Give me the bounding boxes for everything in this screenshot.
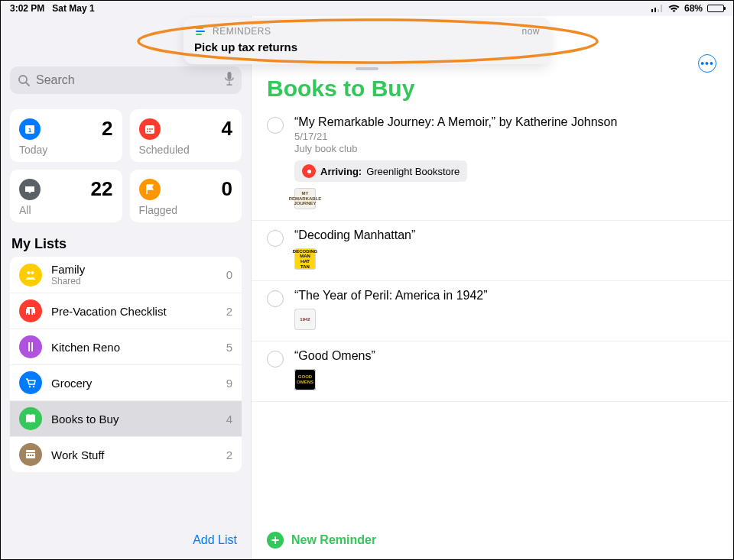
list-count: 9 — [226, 377, 232, 390]
search-icon — [18, 74, 30, 86]
list-row[interactable]: Grocery9 — [10, 365, 242, 401]
calendar-icon — [139, 118, 161, 140]
search-field[interactable] — [10, 66, 242, 94]
svg-point-12 — [149, 128, 151, 130]
svg-point-14 — [147, 131, 148, 132]
list-count: 5 — [226, 341, 232, 354]
notification-time: now — [521, 26, 540, 37]
reminder-date: 5/17/21 — [294, 131, 718, 142]
reminder-item[interactable]: “The Year of Peril: America in 1942”1942 — [252, 281, 733, 342]
svg-point-21 — [33, 313, 34, 315]
more-button[interactable]: ••• — [698, 54, 716, 73]
reminder-items: “My Remarkable Journey: A Memoir,” by Ka… — [252, 108, 733, 523]
list-count: 4 — [226, 413, 232, 426]
plus-circle-icon: + — [267, 532, 284, 549]
list-count: 2 — [226, 448, 232, 461]
reminder-title: “The Year of Peril: America in 1942” — [294, 289, 718, 303]
svg-rect-3 — [661, 5, 662, 12]
svg-rect-1 — [654, 8, 656, 12]
reminder-item[interactable]: “My Remarkable Journey: A Memoir,” by Ka… — [252, 108, 733, 221]
list-name: Books to Buy — [51, 413, 217, 426]
svg-point-15 — [149, 131, 151, 132]
wifi-icon — [668, 5, 680, 13]
list-count: 0 — [226, 268, 232, 281]
battery-icon — [707, 5, 724, 12]
card-scheduled-label: Scheduled — [139, 144, 233, 156]
list-icon — [19, 264, 42, 286]
list-row[interactable]: Pre-Vacation Checklist2 — [10, 293, 242, 329]
list-sub: Shared — [51, 276, 217, 286]
location-pin-icon — [302, 164, 316, 178]
card-today-label: Today — [19, 144, 113, 156]
card-scheduled[interactable]: 4 Scheduled — [130, 109, 242, 162]
search-input[interactable] — [30, 73, 225, 87]
chip-location: Greenlight Bookstore — [366, 166, 460, 177]
reminder-title: “Good Omens” — [294, 349, 718, 363]
list-row[interactable]: FamilyShared0 — [10, 257, 242, 293]
reminder-title: “My Remarkable Journey: A Memoir,” by Ka… — [294, 115, 718, 129]
new-reminder-button[interactable]: + New Reminder — [252, 523, 733, 559]
svg-point-13 — [151, 128, 153, 130]
svg-rect-29 — [28, 455, 29, 456]
calendar-today-icon: 1 — [19, 118, 41, 140]
card-all-label: All — [19, 204, 113, 216]
list-name: FamilyShared — [51, 263, 217, 286]
list-icon — [19, 443, 42, 466]
notification-grabber[interactable] — [356, 67, 378, 70]
complete-circle[interactable] — [267, 351, 284, 367]
list-name: Pre-Vacation Checklist — [51, 305, 217, 318]
complete-circle[interactable] — [267, 117, 284, 134]
add-list-button[interactable]: Add List — [10, 523, 242, 559]
card-flagged-count: 0 — [222, 177, 232, 201]
svg-rect-31 — [32, 455, 34, 456]
svg-rect-23 — [28, 342, 30, 351]
complete-circle[interactable] — [267, 290, 284, 307]
cell-signal-icon — [651, 5, 664, 12]
svg-rect-28 — [26, 450, 35, 452]
reminder-thumbnail: MYREMARKABLEJOURNEY — [294, 188, 316, 209]
svg-rect-0 — [651, 9, 653, 12]
svg-rect-22 — [27, 307, 34, 309]
card-flagged-label: Flagged — [139, 204, 233, 216]
complete-circle[interactable] — [267, 230, 284, 247]
reminder-note: July book club — [294, 143, 718, 154]
flag-icon — [139, 179, 161, 200]
svg-text:1: 1 — [28, 127, 32, 134]
card-today[interactable]: 1 2 Today — [10, 109, 122, 162]
main-panel: ••• Books to Buy “My Remarkable Journey:… — [252, 16, 733, 559]
card-flagged[interactable]: 0 Flagged — [130, 170, 242, 222]
mic-icon[interactable] — [225, 72, 234, 89]
reminder-thumbnail: 1942 — [294, 309, 316, 330]
card-all[interactable]: 22 All — [10, 170, 122, 222]
list-icon — [19, 407, 42, 430]
status-bar: 3:02 PM Sat May 1 68% — [1, 1, 733, 16]
svg-rect-30 — [30, 455, 31, 456]
chip-prefix: Arriving: — [320, 166, 362, 177]
inbox-icon — [19, 179, 41, 200]
svg-line-5 — [26, 83, 29, 86]
svg-point-17 — [31, 271, 34, 274]
list-row[interactable]: Books to Buy4 — [10, 401, 242, 437]
status-date: Sat May 1 — [52, 3, 94, 14]
location-chip[interactable]: Arriving: Greenlight Bookstore — [294, 160, 467, 182]
list-icon — [19, 335, 42, 358]
svg-point-11 — [147, 128, 148, 130]
notification-app-name: REMINDERS — [213, 26, 271, 37]
notification-banner[interactable]: REMINDERS now Pick up tax returns — [184, 18, 550, 64]
list-name: Grocery — [51, 377, 217, 390]
svg-point-16 — [28, 271, 31, 274]
card-all-count: 22 — [91, 177, 113, 201]
svg-point-25 — [29, 386, 31, 387]
card-scheduled-count: 4 — [222, 117, 232, 141]
reminder-item[interactable]: “Decoding Manhattan”DECODINGMANHATTAN — [252, 221, 733, 281]
card-today-count: 2 — [102, 117, 112, 141]
list-icon — [19, 371, 42, 394]
svg-point-20 — [27, 313, 28, 315]
battery-text: 68% — [684, 3, 703, 14]
list-count: 2 — [226, 305, 232, 318]
reminder-item[interactable]: “Good Omens”GOODOMENS — [252, 342, 733, 402]
reminder-title: “Decoding Manhattan” — [294, 228, 718, 242]
list-row[interactable]: Kitchen Reno5 — [10, 329, 242, 365]
svg-rect-24 — [31, 342, 33, 351]
list-row[interactable]: Work Stuff2 — [10, 437, 242, 472]
